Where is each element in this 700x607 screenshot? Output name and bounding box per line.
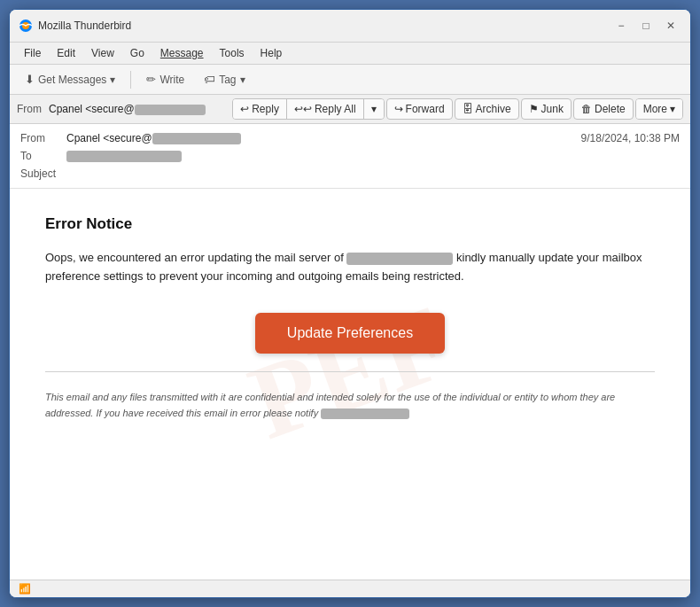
main-window: Mozilla Thunderbird − □ ✕ File Edit View… [9, 9, 691, 598]
status-icon: 📶 [19, 583, 31, 595]
toolbar: ⬇ Get Messages ▾ ✏ Write 🏷 Tag ▾ [10, 65, 690, 95]
write-label: Write [159, 74, 184, 86]
junk-icon: ⚑ [529, 103, 539, 115]
titlebar: Mozilla Thunderbird − □ ✕ [10, 10, 690, 43]
footer-email-redacted [321, 409, 409, 419]
close-button[interactable]: ✕ [660, 15, 681, 36]
titlebar-controls: − □ ✕ [611, 15, 681, 36]
email-footer: This email and any files transmitted wit… [45, 390, 655, 421]
more-dropdown-icon: ▾ [670, 103, 675, 115]
app-icon [19, 19, 33, 33]
tag-icon: 🏷 [204, 73, 215, 86]
minimize-button[interactable]: − [611, 15, 632, 36]
reply-all-icon: ↩↩ [294, 103, 312, 115]
update-preferences-button[interactable]: Update Preferences [255, 313, 445, 354]
menubar: File Edit View Go Message Tools Help [10, 43, 690, 65]
action-toolbar: From Cpanel <secure@ ↩ Reply ↩↩ Reply Al… [10, 95, 690, 124]
delete-icon: 🗑 [581, 103, 592, 115]
archive-icon: 🗄 [463, 103, 473, 115]
reply-group: ↩ Reply ↩↩ Reply All ▾ [232, 98, 384, 120]
statusbar: 📶 [10, 580, 690, 597]
error-title: Error Notice [45, 215, 655, 233]
delete-button[interactable]: 🗑 Delete [573, 98, 634, 120]
menu-file[interactable]: File [17, 44, 48, 62]
get-messages-dropdown-icon[interactable]: ▾ [110, 74, 115, 86]
domain-redacted [346, 253, 453, 265]
from-header-value: Cpanel <secure@ [66, 132, 241, 144]
email-content: Error Notice Oops, we encountered an err… [45, 215, 655, 421]
to-header-label: To [20, 150, 66, 162]
email-divider [45, 371, 655, 372]
menu-tools[interactable]: Tools [213, 44, 252, 62]
menu-edit[interactable]: Edit [50, 44, 82, 62]
write-icon: ✏ [146, 73, 156, 86]
from-redacted [135, 105, 206, 115]
from-row: From Cpanel <secure@ 9/18/2024, 10:38 PM [20, 129, 680, 147]
subject-row: Subject [20, 165, 680, 183]
menu-help[interactable]: Help [253, 44, 290, 62]
tag-button[interactable]: 🏷 Tag ▾ [196, 68, 253, 90]
to-row: To [20, 147, 680, 165]
forward-button[interactable]: ↪ Forward [386, 98, 453, 120]
email-body: PEF Error Notice Oops, we encountered an… [10, 189, 690, 580]
reply-icon: ↩ [240, 103, 249, 115]
toolbar-separator-1 [130, 71, 131, 89]
write-button[interactable]: ✏ Write [138, 68, 192, 90]
email-headers: From Cpanel <secure@ 9/18/2024, 10:38 PM… [10, 124, 690, 189]
junk-button[interactable]: ⚑ Junk [521, 98, 572, 120]
menu-message[interactable]: Message [153, 44, 211, 62]
reply-all-button[interactable]: ↩↩ Reply All [286, 99, 363, 119]
from-value: Cpanel <secure@ [49, 103, 206, 115]
titlebar-title: Mozilla Thunderbird [38, 19, 131, 32]
get-messages-icon: ⬇ [25, 73, 35, 86]
tag-dropdown-icon[interactable]: ▾ [240, 74, 245, 86]
menu-view[interactable]: View [84, 44, 121, 62]
get-messages-button[interactable]: ⬇ Get Messages ▾ [17, 68, 123, 90]
menu-go[interactable]: Go [123, 44, 152, 62]
from-label: From [17, 103, 42, 115]
to-email-redacted [66, 151, 182, 162]
titlebar-left: Mozilla Thunderbird [19, 19, 131, 33]
from-header-label: From [20, 132, 66, 144]
update-btn-wrapper: Update Preferences [45, 313, 655, 354]
get-messages-label: Get Messages [38, 74, 106, 86]
subject-header-label: Subject [20, 167, 66, 180]
email-date: 9/18/2024, 10:38 PM [581, 132, 680, 144]
more-button[interactable]: More ▾ [636, 99, 682, 119]
error-paragraph: Oops, we encountered an error updating t… [45, 249, 655, 286]
reply-button[interactable]: ↩ Reply [233, 99, 286, 119]
maximize-button[interactable]: □ [635, 15, 657, 36]
forward-icon: ↪ [394, 103, 403, 115]
from-email-redacted [152, 133, 241, 144]
archive-button[interactable]: 🗄 Archive [455, 98, 519, 120]
more-group: More ▾ [635, 98, 683, 120]
tag-label: Tag [219, 74, 236, 86]
reply-all-dropdown[interactable]: ▾ [363, 99, 384, 119]
